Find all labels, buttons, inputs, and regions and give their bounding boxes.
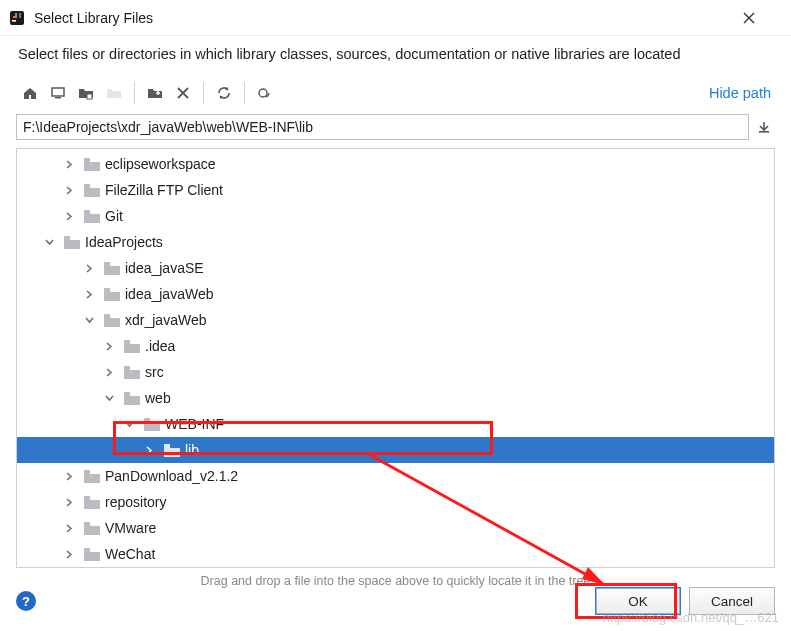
svg-rect-20 [84,470,90,473]
chevron-right-icon[interactable] [105,368,121,377]
folder-icon [83,546,101,562]
tree-node-label: src [145,364,164,380]
svg-rect-9 [84,184,90,187]
tree-node-label: xdr_javaWeb [125,312,206,328]
path-input[interactable] [16,114,749,140]
help-button[interactable]: ? [16,591,36,611]
project-button[interactable] [72,79,100,107]
svg-rect-19 [164,444,170,447]
app-icon [8,9,26,27]
svg-rect-23 [84,548,90,551]
ok-button[interactable]: OK [595,587,681,615]
tree-node-idea-javaweb[interactable]: idea_javaWeb [17,281,774,307]
folder-icon [83,520,101,536]
tree-node-filezilla-ftp-client[interactable]: FileZilla FTP Client [17,177,774,203]
svg-rect-16 [124,366,130,369]
tree-node-lib[interactable]: lib [17,437,774,463]
home-button[interactable] [16,79,44,107]
tree-node-label: VMware [105,520,156,536]
tree-node-pandownload-v2-1-2[interactable]: PanDownload_v2.1.2 [17,463,774,489]
svg-rect-10 [84,210,90,213]
close-button[interactable] [743,12,783,24]
svg-rect-1 [12,20,16,22]
tree-node-xdr-javaweb[interactable]: xdr_javaWeb [17,307,774,333]
separator [244,82,245,104]
separator [203,82,204,104]
svg-rect-7 [759,131,769,133]
tree-node-label: eclipseworkspace [105,156,216,172]
history-dropdown-icon[interactable] [753,116,775,138]
folder-icon [83,156,101,172]
tree-node-web-inf[interactable]: WEB-INF [17,411,774,437]
new-folder-button[interactable] [141,79,169,107]
tree-node-label: idea_javaSE [125,260,204,276]
chevron-down-icon[interactable] [45,238,61,247]
folder-icon [123,338,141,354]
chevron-right-icon[interactable] [65,212,81,221]
chevron-right-icon[interactable] [85,290,101,299]
tree-node-label: FileZilla FTP Client [105,182,223,198]
chevron-right-icon[interactable] [65,186,81,195]
chevron-right-icon[interactable] [65,160,81,169]
tree-node-label: PanDownload_v2.1.2 [105,468,238,484]
svg-rect-8 [84,158,90,161]
tree-node-web[interactable]: web [17,385,774,411]
tree-node-label: idea_javaWeb [125,286,213,302]
svg-rect-12 [104,262,110,265]
chevron-right-icon[interactable] [65,498,81,507]
show-hidden-button[interactable] [251,79,279,107]
tree-node-ideaprojects[interactable]: IdeaProjects [17,229,774,255]
file-tree[interactable]: eclipseworkspaceFileZilla FTP ClientGitI… [16,148,775,568]
tree-node-idea-javase[interactable]: idea_javaSE [17,255,774,281]
folder-icon [83,208,101,224]
svg-rect-22 [84,522,90,525]
tree-node-label: Git [105,208,123,224]
svg-rect-4 [87,94,92,99]
chevron-down-icon[interactable] [85,316,101,325]
tree-node-wechat[interactable]: WeChat [17,541,774,567]
delete-button[interactable] [169,79,197,107]
folder-icon [83,182,101,198]
module-button [100,79,128,107]
svg-rect-15 [124,340,130,343]
tree-node-label: lib [185,442,199,458]
folder-icon [103,260,121,276]
tree-node-label: WEB-INF [165,416,224,432]
tree-node-src[interactable]: src [17,359,774,385]
tree-node-eclipseworkspace[interactable]: eclipseworkspace [17,151,774,177]
svg-rect-13 [104,288,110,291]
tree-node--idea[interactable]: .idea [17,333,774,359]
folder-icon [103,286,121,302]
svg-rect-17 [124,392,130,395]
dialog-description: Select files or directories in which lib… [0,36,791,76]
folder-icon [83,468,101,484]
tree-node-label: .idea [145,338,175,354]
chevron-right-icon[interactable] [65,550,81,559]
chevron-right-icon[interactable] [65,472,81,481]
tree-node-repository[interactable]: repository [17,489,774,515]
folder-icon [143,416,161,432]
chevron-down-icon[interactable] [105,394,121,403]
chevron-down-icon[interactable] [125,420,141,429]
folder-icon [123,364,141,380]
chevron-right-icon[interactable] [145,446,161,455]
window-title: Select Library Files [34,10,743,26]
refresh-button[interactable] [210,79,238,107]
svg-point-6 [259,89,267,97]
cancel-button[interactable]: Cancel [689,587,775,615]
folder-icon [63,234,81,250]
svg-rect-3 [55,97,61,99]
folder-icon [103,312,121,328]
svg-rect-2 [52,88,64,96]
chevron-right-icon[interactable] [85,264,101,273]
desktop-button[interactable] [44,79,72,107]
titlebar: Select Library Files [0,0,791,36]
chevron-right-icon[interactable] [105,342,121,351]
svg-rect-14 [104,314,110,317]
tree-node-git[interactable]: Git [17,203,774,229]
tree-node-vmware[interactable]: VMware [17,515,774,541]
hide-path-link[interactable]: Hide path [709,85,775,101]
svg-rect-18 [144,418,150,421]
chevron-right-icon[interactable] [65,524,81,533]
svg-rect-11 [64,236,70,239]
